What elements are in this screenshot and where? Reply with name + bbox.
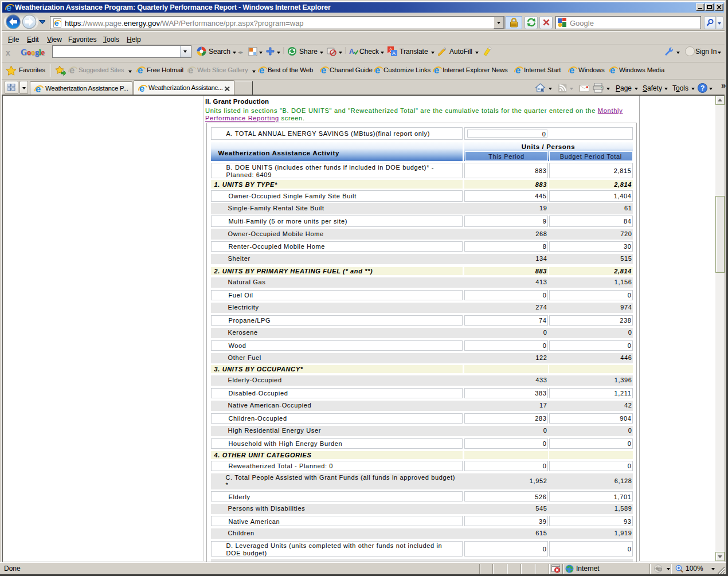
svg-text:A: A: [392, 50, 396, 56]
svg-text:e: e: [54, 19, 59, 28]
svg-text:A: A: [349, 48, 354, 56]
svg-text:?: ?: [700, 84, 704, 92]
